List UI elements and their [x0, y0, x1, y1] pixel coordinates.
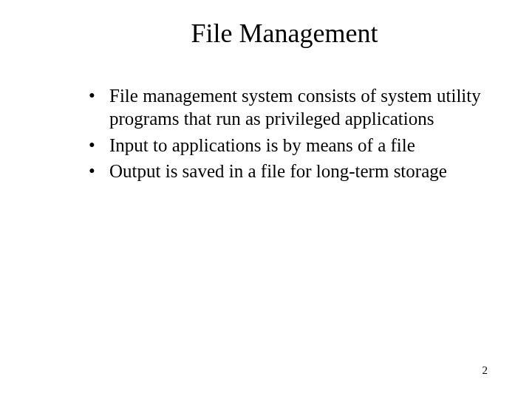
- bullet-item: Output is saved in a file for long-term …: [89, 160, 488, 183]
- bullet-item: Input to applications is by means of a f…: [89, 134, 488, 157]
- bullet-list: File management system consists of syste…: [44, 84, 488, 183]
- slide-container: File Management File management system c…: [0, 0, 532, 399]
- page-number: 2: [482, 364, 488, 377]
- bullet-item: File management system consists of syste…: [89, 84, 488, 131]
- slide-title: File Management: [111, 18, 458, 49]
